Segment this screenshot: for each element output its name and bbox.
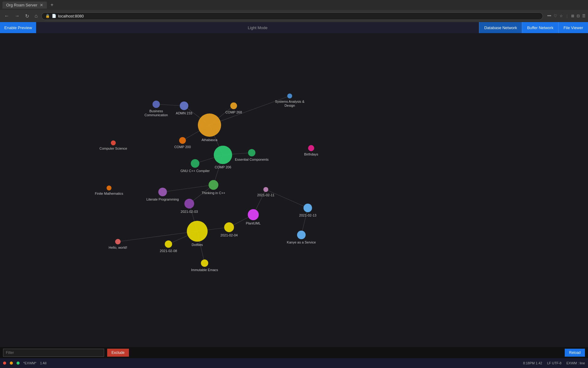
svg-text:2021-02-04: 2021-02-04	[221, 233, 238, 237]
light-mode-label: Light Mode	[248, 25, 267, 30]
encoding-label: LF UTF-8	[547, 361, 561, 365]
svg-text:Literate Programming: Literate Programming	[146, 197, 179, 201]
svg-point-30	[179, 137, 186, 144]
app-bar-nav: Database Network Buffer Network File Vie…	[479, 22, 588, 33]
page-icon: 📄	[52, 14, 56, 18]
browser-titlebar: Org Roam Server ✕ +	[0, 0, 588, 10]
svg-point-60	[165, 240, 172, 248]
svg-point-62	[115, 239, 121, 244]
svg-text:2021-02-13: 2021-02-13	[299, 213, 316, 217]
status-dot-red	[3, 362, 6, 365]
svg-point-66	[201, 259, 208, 267]
svg-text:Finite Mathematics: Finite Mathematics	[95, 192, 123, 195]
reload-button[interactable]: Reload	[565, 349, 585, 357]
svg-text:COMP 206: COMP 206	[215, 165, 231, 169]
svg-text:PlantUML: PlantUML	[246, 221, 261, 225]
more-icon[interactable]: •••	[547, 14, 551, 18]
bottom-filter-bar: Exclude Reload	[0, 347, 588, 358]
svg-text:COMP 200: COMP 200	[174, 145, 191, 149]
svg-point-22	[180, 102, 188, 110]
exclude-button[interactable]: Exclude	[107, 349, 129, 357]
filter-input[interactable]	[3, 349, 104, 357]
svg-text:Computer Science: Computer Science	[100, 147, 127, 150]
svg-point-40	[191, 159, 199, 168]
network-graph: BusinessCommunicationADMN 233COMP 268Sys…	[0, 33, 588, 358]
svg-point-36	[248, 149, 255, 156]
desktop-label: 1 All	[40, 361, 47, 365]
svg-text:2021-02-03: 2021-02-03	[181, 210, 198, 213]
network-canvas[interactable]: BusinessCommunicationADMN 233COMP 268Sys…	[0, 33, 588, 358]
status-right: 8:18PM 1.42 LF UTF-8 EXWM : line	[523, 361, 585, 365]
bookmark-icon[interactable]: ♡	[554, 14, 557, 18]
refresh-button[interactable]: ↻	[23, 12, 31, 20]
svg-text:Immutable Emacs: Immutable Emacs	[191, 268, 218, 272]
active-tab[interactable]: Org Roam Server ✕	[2, 2, 47, 9]
tab-title: Org Roam Server	[6, 3, 37, 7]
svg-point-26	[287, 94, 292, 98]
svg-text:Athabasca: Athabasca	[202, 138, 218, 142]
svg-text:Systems Analysis &Design: Systems Analysis &Design	[275, 100, 305, 107]
app-bar: Enable Preview Light Mode Database Netwo…	[0, 22, 588, 33]
star-icon[interactable]: ☆	[560, 14, 563, 18]
svg-text:Thinking in C++: Thinking in C++	[202, 191, 225, 195]
toolbar-right: ••• ♡ ☆ | ⊞ ⊡ ☰	[547, 14, 586, 18]
svg-point-48	[184, 199, 194, 209]
file-viewer-button[interactable]: File Viewer	[558, 22, 588, 33]
svg-text:2021-02-08: 2021-02-08	[160, 249, 177, 253]
forward-button[interactable]: →	[13, 12, 21, 20]
svg-point-52	[248, 209, 259, 220]
workspace-label: *EXWM*	[23, 361, 36, 365]
menu-icon[interactable]: ☰	[582, 14, 586, 18]
database-network-button[interactable]: Database Network	[479, 22, 522, 33]
enable-preview-button[interactable]: Enable Preview	[0, 22, 36, 33]
svg-point-64	[297, 231, 306, 239]
svg-point-32	[111, 140, 116, 145]
time-label: 8:18PM 1.42	[523, 361, 542, 365]
svg-point-42	[209, 180, 218, 190]
url-text: localhost:8080	[58, 14, 84, 18]
tab-grid-icon[interactable]: ⊡	[577, 14, 580, 18]
sidebar-icon[interactable]: ⊞	[571, 14, 574, 18]
svg-point-24	[230, 102, 237, 109]
status-dot-yellow	[10, 362, 13, 365]
svg-point-58	[224, 222, 234, 232]
svg-point-38	[308, 145, 314, 151]
svg-point-46	[158, 188, 167, 196]
svg-point-56	[187, 221, 208, 242]
svg-text:Essential Components: Essential Components	[235, 158, 269, 161]
sep: |	[567, 14, 567, 18]
browser-toolbar: ← → ↻ ⌂ 🔒 📄 localhost:8080 ••• ♡ ☆ | ⊞ ⊡…	[0, 10, 588, 22]
status-bar: *EXWM* 1 All 8:18PM 1.42 LF UTF-8 EXWM :…	[0, 358, 588, 368]
url-bar[interactable]: 🔒 📄 localhost:8080	[41, 12, 543, 20]
buffer-network-button[interactable]: Buffer Network	[522, 22, 558, 33]
svg-text:BusinessCommunication: BusinessCommunication	[145, 109, 168, 117]
svg-text:Birthdays: Birthdays	[304, 152, 318, 156]
svg-line-19	[266, 190, 308, 208]
svg-text:GNU C++ Compiler: GNU C++ Compiler	[180, 169, 210, 173]
mode-label: EXWM : line	[566, 361, 585, 365]
svg-text:ADMN 233: ADMN 233	[176, 111, 192, 115]
svg-point-20	[153, 101, 160, 108]
svg-text:Hello, world!: Hello, world!	[109, 246, 127, 249]
svg-point-34	[214, 146, 232, 164]
app-bar-left: Enable Preview	[0, 22, 36, 33]
svg-point-54	[303, 204, 312, 212]
new-tab-button[interactable]: +	[49, 1, 55, 9]
svg-point-44	[107, 186, 111, 190]
svg-point-50	[263, 187, 268, 192]
status-dot-green	[17, 362, 20, 365]
svg-text:Kanye as a Service: Kanye as a Service	[287, 240, 316, 244]
tab-close-icon[interactable]: ✕	[40, 3, 43, 7]
back-button[interactable]: ←	[2, 12, 11, 20]
home-button[interactable]: ⌂	[33, 12, 40, 20]
security-icon: 🔒	[45, 14, 50, 18]
svg-text:COMP 268: COMP 268	[225, 110, 242, 114]
svg-text:2021-02-11: 2021-02-11	[257, 193, 274, 197]
svg-text:Dotfiles: Dotfiles	[192, 243, 203, 247]
svg-point-28	[198, 113, 221, 137]
